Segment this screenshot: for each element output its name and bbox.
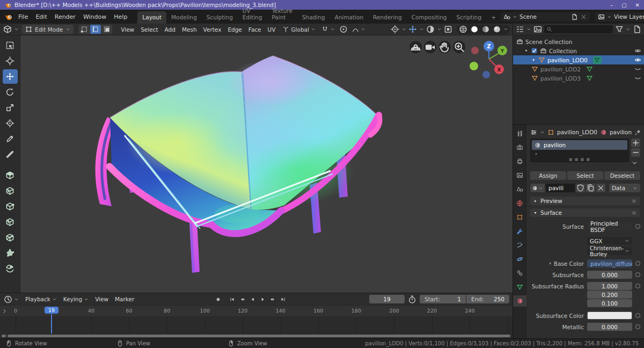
properties-tab-tool[interactable] <box>513 128 526 139</box>
show-gizmo-toggle[interactable] <box>408 25 418 34</box>
snap-dropdown[interactable] <box>319 25 337 34</box>
workspace-add-tab[interactable]: + <box>486 11 501 24</box>
subsurface-radius-field-0[interactable]: 1.000 <box>587 282 632 290</box>
menu-window[interactable]: Window <box>79 12 110 22</box>
orientation-dropdown[interactable]: Global <box>280 25 318 34</box>
material-name-field[interactable]: pavili <box>546 184 575 192</box>
region-toggle-icon[interactable] <box>1 308 8 315</box>
remove-slot-button[interactable] <box>631 148 640 157</box>
distribution-dropdown[interactable]: GGX <box>587 237 632 245</box>
pavilion-mesh[interactable] <box>0 35 491 293</box>
material-slot[interactable]: pavilion <box>532 140 627 150</box>
next-keyframe-button[interactable] <box>268 295 277 303</box>
outliner-row-pavilion-lod0[interactable]: pavilion_LOD0 <box>513 55 644 64</box>
menu-help[interactable]: Help <box>110 12 131 22</box>
subsurface-color-swatch[interactable] <box>587 311 632 320</box>
checkbox-icon[interactable] <box>531 47 538 54</box>
annotate-tool[interactable] <box>3 132 18 146</box>
bevel-tool[interactable] <box>3 199 18 214</box>
viewport[interactable]: Z Y X <box>0 35 513 293</box>
start-frame-field[interactable]: Start: 1 <box>420 295 466 303</box>
edge-select-mode-button[interactable] <box>90 25 101 34</box>
fake-user-icon[interactable] <box>576 184 585 192</box>
slot-specials-icon[interactable] <box>631 160 638 166</box>
subsurface-radius-field-2[interactable]: 0.100 <box>587 299 632 307</box>
outliner-row-collection[interactable]: Collection <box>513 46 644 55</box>
play-reverse-button[interactable] <box>248 295 257 303</box>
falloff-dropdown[interactable] <box>350 25 368 34</box>
chevron-down-icon[interactable] <box>14 27 19 32</box>
select-button[interactable]: Select <box>567 171 603 180</box>
chevron-down-icon[interactable] <box>626 27 631 32</box>
viewport-menu-mesh[interactable]: Mesh <box>179 25 200 34</box>
display-mode-icon[interactable] <box>533 25 543 34</box>
viewport-menu-select[interactable]: Select <box>137 25 161 34</box>
properties-tab-scene[interactable] <box>513 184 526 195</box>
properties-tab-object-data[interactable] <box>513 281 526 293</box>
menu-edit[interactable]: Edit <box>32 12 50 22</box>
timeline-scrollbar[interactable] <box>0 334 513 338</box>
metallic-slider[interactable]: 0.000 <box>587 323 632 331</box>
tri-down-icon[interactable] <box>524 48 529 53</box>
decorator-dot[interactable] <box>635 324 640 329</box>
workspace-tab-compositing[interactable]: Compositing <box>407 11 452 24</box>
assign-button[interactable]: Assign <box>530 171 566 180</box>
navigation-gizmo[interactable]: Z Y X <box>460 38 507 78</box>
workspace-tab-layout[interactable]: Layout <box>137 11 166 24</box>
end-frame-field[interactable]: End: 250 <box>466 295 509 303</box>
properties-editor-icon[interactable] <box>530 129 537 136</box>
timeline-menu-playback[interactable]: Playback <box>22 295 60 303</box>
scrollbar-thumb[interactable] <box>8 335 510 337</box>
new-collection-icon[interactable] <box>632 25 642 34</box>
properties-tab-physics[interactable] <box>513 253 526 265</box>
show-overlays-toggle[interactable] <box>426 25 435 34</box>
properties-tab-particles[interactable] <box>513 240 526 251</box>
pivot-point-button[interactable] <box>390 25 400 34</box>
surface-section-header[interactable]: Surface <box>530 208 640 217</box>
eye-closed-icon[interactable] <box>634 75 641 82</box>
workspace-tab-scripting[interactable]: Scripting <box>452 11 487 24</box>
menu-render[interactable]: Render <box>51 12 79 22</box>
pin-icon[interactable] <box>634 129 641 136</box>
jump-to-start-button[interactable] <box>228 295 237 303</box>
view-layer-selector[interactable]: View Layer <box>595 12 644 21</box>
timeline-menu-keying[interactable]: Keying <box>60 295 92 303</box>
tri-right-icon[interactable] <box>531 57 536 62</box>
timeline-tracks[interactable] <box>0 316 513 334</box>
camera-view-button[interactable] <box>424 41 436 53</box>
vertex-select-mode-button[interactable] <box>79 25 90 34</box>
scene-selector[interactable]: Scene <box>501 12 590 21</box>
viewport-menu-vertex[interactable]: Vertex <box>200 25 225 34</box>
playhead-line[interactable] <box>51 316 52 334</box>
filter-icon[interactable] <box>614 25 624 34</box>
wireframe-shading-button[interactable] <box>458 25 468 34</box>
xray-toggle[interactable] <box>443 25 453 34</box>
eye-open-icon[interactable] <box>634 47 641 54</box>
solid-shading-button[interactable] <box>470 25 479 34</box>
pan-view-button[interactable] <box>438 41 451 53</box>
subsurface-method-dropdown[interactable]: Christensen-Burley <box>587 247 632 255</box>
decorator-dot[interactable] <box>635 284 640 288</box>
decorator-dot[interactable] <box>635 313 640 318</box>
subsurface-slider[interactable]: 0.000 <box>587 271 632 279</box>
new-scene-icon[interactable] <box>571 13 578 20</box>
outliner-search-input[interactable] <box>544 25 613 33</box>
new-material-icon[interactable] <box>586 184 595 192</box>
face-select-mode-button[interactable] <box>101 25 112 34</box>
breadcrumb-object[interactable]: pavilion_LOD0 <box>557 129 597 135</box>
subsurface-radius-field-1[interactable]: 0.200 <box>587 291 632 299</box>
perspective-toggle-button[interactable] <box>409 41 422 53</box>
select-box-tool[interactable] <box>3 38 18 53</box>
unlink-material-icon[interactable] <box>596 184 605 192</box>
loop-cut-tool[interactable] <box>3 215 18 229</box>
viewport-menu-add[interactable]: Add <box>162 25 179 34</box>
decorator-dot[interactable] <box>635 272 640 277</box>
chevron-down-icon[interactable] <box>540 130 545 135</box>
play-button[interactable] <box>258 295 267 303</box>
properties-tab-modifiers[interactable] <box>513 226 526 237</box>
properties-tab-view-layer[interactable] <box>513 170 526 181</box>
decorator-dot[interactable] <box>635 261 640 266</box>
rendered-shading-button[interactable] <box>492 25 502 34</box>
workspace-tab-animation[interactable]: Animation <box>330 11 369 24</box>
viewport-menu-face[interactable]: Face <box>245 25 265 34</box>
